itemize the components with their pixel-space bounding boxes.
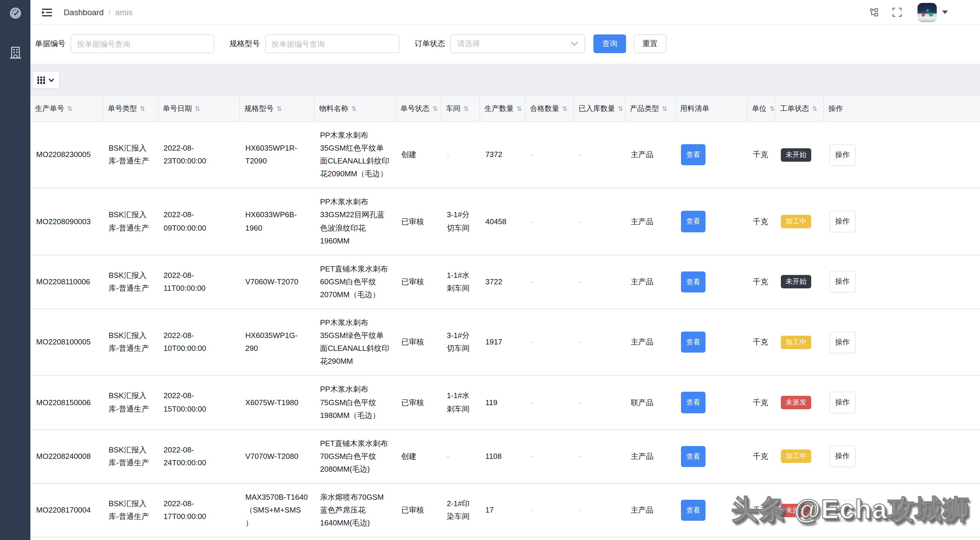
search-button[interactable]: 查询 bbox=[593, 35, 626, 53]
cell-unit: 千克 bbox=[747, 429, 775, 483]
cell-work_status: 未开始 bbox=[775, 122, 824, 188]
cell-qualified_qty: - bbox=[525, 122, 574, 188]
cell-product_type: 主产品 bbox=[625, 122, 675, 188]
reset-button[interactable]: 重置 bbox=[634, 35, 667, 53]
cell-order_date: 2022-08-17T00:00:00 bbox=[158, 483, 239, 537]
caret-down-icon[interactable] bbox=[942, 11, 948, 14]
sort-icon[interactable]: ⇅ bbox=[812, 105, 817, 112]
fullscreen-icon[interactable] bbox=[892, 7, 902, 17]
collapse-menu-icon[interactable] bbox=[42, 8, 52, 17]
columns-toggle-button[interactable] bbox=[32, 71, 60, 89]
column-header-product_type[interactable]: 产品类型⇅ bbox=[625, 96, 675, 122]
column-label: 生产数量 bbox=[484, 105, 514, 113]
table-body: MO2208230005BSK汇报入库-普通生产2022-08-23T00:00… bbox=[30, 122, 980, 540]
view-bom-button[interactable]: 查看 bbox=[681, 500, 705, 521]
gauge-dashboard-icon[interactable] bbox=[8, 6, 22, 20]
cell-product_type: 主产品 bbox=[625, 429, 675, 483]
cell-qualified_qty: - bbox=[525, 483, 574, 537]
cell-qualified_qty: - bbox=[525, 255, 574, 309]
sort-icon[interactable]: ⇅ bbox=[195, 105, 200, 112]
doc-no-input[interactable] bbox=[71, 35, 214, 53]
column-header-workshop[interactable]: 车间⇅ bbox=[441, 96, 479, 122]
order-status-select[interactable]: 请选择 bbox=[450, 35, 585, 53]
row-action-button[interactable]: 操作 bbox=[829, 392, 856, 413]
view-bom-button[interactable]: 查看 bbox=[681, 144, 705, 165]
cell-product_type: 主产品 bbox=[625, 483, 675, 537]
column-header-material_name[interactable]: 物料名称⇅ bbox=[314, 96, 395, 122]
view-bom-button[interactable]: 查看 bbox=[681, 446, 705, 467]
sort-icon[interactable]: ⇅ bbox=[140, 105, 145, 112]
column-header-order_type[interactable]: 单号类型⇅ bbox=[103, 96, 158, 122]
view-bom-button[interactable]: 查看 bbox=[681, 392, 705, 413]
cell-bom: 查看 bbox=[675, 429, 747, 483]
column-header-production_no[interactable]: 生产单号⇅ bbox=[30, 96, 103, 122]
orders-table: 生产单号⇅单号类型⇅单号日期⇅规格型号⇅物料名称⇅单号状态⇅车间⇅生产数量⇅合格… bbox=[30, 96, 980, 540]
cell-production_qty: 1108 bbox=[479, 429, 525, 483]
cell-action: 操作 bbox=[824, 429, 980, 483]
column-label: 车间 bbox=[446, 105, 460, 113]
cell-unit: 千克 bbox=[747, 537, 775, 540]
table-row: MO2208100002BSK汇报入库-普通生产2022-08-10T00:00… bbox=[30, 537, 980, 540]
sort-icon[interactable]: ⇅ bbox=[463, 105, 469, 112]
cell-order_type: BSK汇报入库-普通生产 bbox=[103, 188, 158, 255]
column-header-stored_qty[interactable]: 已入库数量⇅ bbox=[574, 96, 625, 122]
cell-bom: 查看 bbox=[675, 255, 747, 309]
sort-icon[interactable]: ⇅ bbox=[770, 105, 775, 112]
sort-icon[interactable]: ⇅ bbox=[662, 105, 667, 112]
cell-order_status: 已审核 bbox=[395, 483, 441, 537]
cell-action: 操作 bbox=[824, 309, 980, 376]
cell-work_status: 未开始 bbox=[775, 255, 824, 309]
cell-order_status: 已审核 bbox=[395, 188, 441, 255]
cell-work_status: 加工中 bbox=[775, 429, 824, 483]
view-bom-button[interactable]: 查看 bbox=[681, 271, 705, 292]
column-header-production_qty[interactable]: 生产数量⇅ bbox=[479, 96, 525, 122]
row-action-button[interactable]: 操作 bbox=[829, 331, 856, 353]
avatar[interactable] bbox=[918, 3, 937, 22]
cell-order_type: BSK汇报入库-普通生产 bbox=[103, 255, 158, 309]
cell-work_status: 加工中 bbox=[775, 309, 824, 376]
table-row: MO2208090003BSK汇报入库-普通生产2022-08-09T00:00… bbox=[30, 188, 980, 255]
cell-work_status: 加工中 bbox=[775, 188, 824, 255]
row-action-button[interactable]: 操作 bbox=[829, 446, 856, 467]
column-label: 用料清单 bbox=[680, 105, 709, 113]
cell-production_qty: 40458 bbox=[479, 188, 525, 255]
company-building-icon[interactable] bbox=[8, 46, 22, 60]
sort-icon[interactable]: ⇅ bbox=[618, 105, 623, 112]
sort-icon[interactable]: ⇅ bbox=[433, 105, 438, 112]
cell-workshop: - bbox=[441, 429, 479, 483]
cell-stored_qty: - bbox=[574, 537, 625, 540]
table-row: MO2208110006BSK汇报入库-普通生产2022-08-11T00:00… bbox=[30, 255, 980, 309]
sort-icon[interactable]: ⇅ bbox=[562, 105, 567, 112]
sitemap-icon[interactable] bbox=[870, 7, 880, 17]
column-header-spec_model[interactable]: 规格型号⇅ bbox=[239, 96, 314, 122]
cell-order_status: 已审核 bbox=[395, 255, 441, 309]
cell-order_date: 2022-08-09T00:00:00 bbox=[158, 188, 239, 255]
row-action-button[interactable]: 操作 bbox=[829, 144, 856, 165]
column-label: 产品类型 bbox=[630, 105, 659, 113]
sort-icon[interactable]: ⇅ bbox=[351, 105, 356, 112]
cell-order_date: 2022-08-24T00:00:00 bbox=[158, 429, 239, 483]
column-header-qualified_qty[interactable]: 合格数量⇅ bbox=[525, 96, 574, 122]
row-action-button[interactable]: 操作 bbox=[829, 499, 856, 521]
row-action-button[interactable]: 操作 bbox=[829, 211, 856, 232]
view-bom-button[interactable]: 查看 bbox=[681, 332, 705, 353]
chevron-down-icon bbox=[48, 78, 54, 82]
spec-model-label: 规格型号 bbox=[229, 38, 260, 49]
row-action-button[interactable]: 操作 bbox=[829, 271, 856, 293]
cell-order_type: BSK汇报入库-普通生产 bbox=[103, 122, 158, 188]
spec-model-input[interactable] bbox=[265, 35, 399, 53]
column-header-work_status[interactable]: 工单状态⇅ bbox=[775, 96, 824, 122]
sort-icon[interactable]: ⇅ bbox=[517, 105, 522, 112]
column-header-bom: 用料清单 bbox=[675, 96, 747, 122]
view-bom-button[interactable]: 查看 bbox=[681, 211, 705, 232]
cell-bom: 查看 bbox=[675, 483, 747, 537]
cell-work_status: 未派发 bbox=[775, 483, 824, 537]
column-header-order_status[interactable]: 单号状态⇅ bbox=[395, 96, 441, 122]
sort-icon[interactable]: ⇅ bbox=[67, 105, 72, 112]
sort-icon[interactable]: ⇅ bbox=[277, 105, 282, 112]
column-header-unit[interactable]: 单位⇅ bbox=[747, 96, 775, 122]
breadcrumb-dashboard[interactable]: Dashboard bbox=[64, 8, 103, 17]
cell-production_qty: 1917 bbox=[479, 309, 525, 376]
cell-material_name: PP木浆水刺布35GSM红色平纹单面CLEANALL斜纹印花2090MM（毛边） bbox=[314, 122, 395, 188]
column-header-order_date[interactable]: 单号日期⇅ bbox=[158, 96, 239, 122]
